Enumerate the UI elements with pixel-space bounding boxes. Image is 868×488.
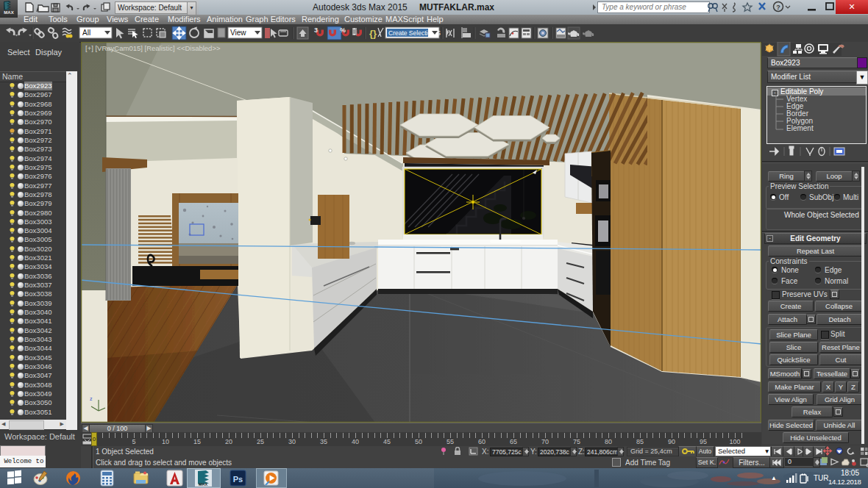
svg-text:%: % [340,26,346,34]
svg-text:3: 3 [314,26,318,34]
svg-text:Ps: Ps [233,475,243,484]
svg-text:View: View [230,29,246,37]
svg-text:Create Selection S: Create Selection S [388,29,441,37]
svg-text:?: ? [776,4,780,11]
svg-text:z: z [90,396,93,401]
svg-text:{}: {} [369,28,377,39]
svg-text:All: All [82,29,90,37]
svg-text:[+] [VRayCam015] [Realistic]: [+] [VRayCam015] [Realistic] <<Disabled>… [85,44,221,52]
svg-text:MAX: MAX [199,482,208,487]
